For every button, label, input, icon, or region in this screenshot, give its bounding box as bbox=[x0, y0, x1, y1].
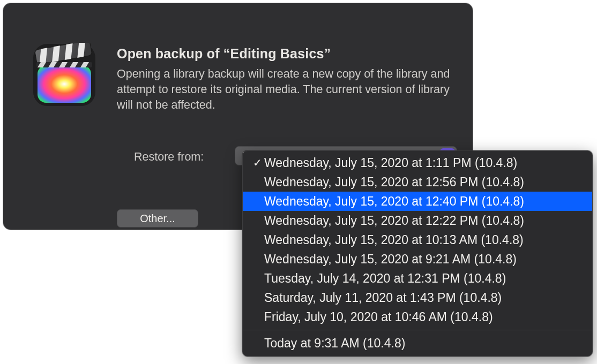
menu-item[interactable]: ✓ Tuesday, July 14, 2020 at 12:31 PM (10… bbox=[243, 269, 592, 288]
final-cut-pro-icon bbox=[32, 43, 96, 107]
svg-rect-1 bbox=[38, 65, 91, 103]
checkmark-icon: ✓ bbox=[250, 156, 264, 169]
menu-item[interactable]: ✓ Wednesday, July 15, 2020 at 9:21 AM (1… bbox=[243, 249, 592, 269]
menu-item-label: Today at 9:31 AM (10.4.8) bbox=[264, 336, 405, 351]
menu-item[interactable]: ✓ Today at 9:31 AM (10.4.8) bbox=[243, 333, 592, 353]
menu-item[interactable]: ✓ Wednesday, July 15, 2020 at 12:22 PM (… bbox=[243, 211, 592, 230]
dialog-description: Opening a library backup will create a n… bbox=[117, 66, 451, 113]
menu-item[interactable]: ✓ Wednesday, July 15, 2020 at 10:13 AM (… bbox=[243, 230, 592, 249]
menu-item-label: Wednesday, July 15, 2020 at 9:21 AM (10.… bbox=[264, 252, 517, 267]
restore-from-menu: ✓ Wednesday, July 15, 2020 at 1:11 PM (1… bbox=[242, 150, 593, 357]
menu-item-label: Tuesday, July 14, 2020 at 12:31 PM (10.4… bbox=[264, 271, 506, 286]
menu-item[interactable]: ✓ Wednesday, July 15, 2020 at 12:40 PM (… bbox=[243, 192, 592, 211]
menu-item-label: Wednesday, July 15, 2020 at 12:22 PM (10… bbox=[264, 214, 524, 228]
other-button[interactable]: Other... bbox=[117, 209, 198, 228]
menu-item-label: Wednesday, July 15, 2020 at 10:13 AM (10… bbox=[264, 233, 524, 247]
menu-item[interactable]: ✓ Saturday, July 11, 2020 at 1:43 PM (10… bbox=[243, 288, 592, 307]
menu-item[interactable]: ✓ Wednesday, July 15, 2020 at 12:56 PM (… bbox=[243, 172, 592, 192]
menu-item[interactable]: ✓ Friday, July 10, 2020 at 10:46 AM (10.… bbox=[243, 307, 592, 327]
menu-item-label: Saturday, July 11, 2020 at 1:43 PM (10.4… bbox=[264, 291, 502, 305]
menu-item[interactable]: ✓ Wednesday, July 15, 2020 at 1:11 PM (1… bbox=[243, 153, 592, 172]
other-button-label: Other... bbox=[140, 213, 175, 225]
menu-item-label: Friday, July 10, 2020 at 10:46 AM (10.4.… bbox=[264, 310, 493, 324]
dialog-title: Open backup of “Editing Basics” bbox=[117, 46, 331, 62]
menu-item-label: Wednesday, July 15, 2020 at 1:11 PM (10.… bbox=[264, 156, 517, 170]
menu-separator bbox=[243, 330, 592, 330]
menu-item-label: Wednesday, July 15, 2020 at 12:40 PM (10… bbox=[264, 194, 524, 209]
menu-item-label: Wednesday, July 15, 2020 at 12:56 PM (10… bbox=[264, 175, 524, 189]
restore-from-label: Restore from: bbox=[134, 150, 204, 164]
